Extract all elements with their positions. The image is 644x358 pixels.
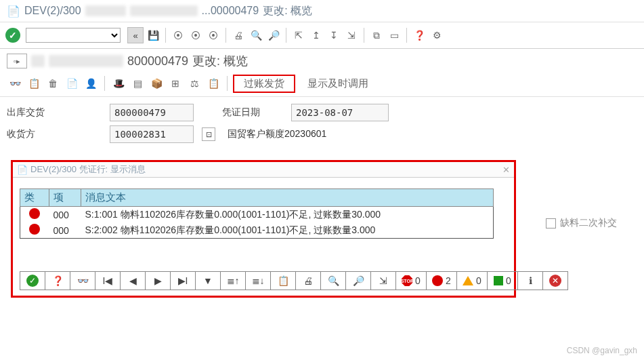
hat-icon[interactable]: 🎩 [110,75,127,92]
find-icon[interactable]: 🔍 [248,27,264,43]
cell-item: 000 [49,222,81,239]
message-table: 类 项 消息文本 000 S:1:001 物料1102026库存数量0.000(… [20,188,494,239]
ok-count: 0 [488,272,518,290]
main-toolbar: ✓ « 💾 ⦿ ⦿ ⦿ 🖨 🔍 🔎 ⇱ ↥ ↧ ⇲ ⧉ ▭ ❓ ⚙ [0,22,644,49]
show-timing-button[interactable]: 显示及时调用 [298,76,378,92]
help-icon[interactable]: ❓ [411,27,427,43]
receiver-label: 收货方 [7,128,102,140]
export-icon[interactable]: ⇲ [371,272,396,290]
next-icon[interactable]: ▶ [146,272,171,290]
blurred-text [31,55,45,67]
summary-icon[interactable]: ⊞ [167,75,184,92]
save-icon[interactable]: 💾 [145,27,161,43]
popup-close-icon[interactable]: ✕ [502,165,510,175]
error-icon [29,224,40,235]
outbound-delivery-value[interactable]: 800000479 [110,104,194,121]
first-page-icon[interactable]: ⇱ [291,27,307,43]
nav-back-icon[interactable]: ⦿ [170,27,186,43]
col-item[interactable]: 项 [49,189,81,207]
form-area: 出库交货 800000479 凭证日期 2023-08-07 收货方 10000… [0,97,644,150]
shortage-label: 缺料二次补交 [560,217,617,229]
col-text[interactable]: 消息文本 [81,189,494,207]
find-next-icon[interactable]: 🔎 [265,27,282,43]
table-row[interactable]: 000 S:2:002 物料1102026库存数量0.000(1001-1101… [20,222,494,239]
print-icon[interactable]: 🖨 [230,27,246,43]
window-titlebar: 📄 DEV(2)/300 ...00000479 更改: 概览 [0,0,644,22]
watermark: CSDN @gavin_gxh [567,346,637,355]
settings-icon[interactable]: ⚙ [429,27,445,43]
message-popup: 📄 DEV(2)/300 凭证行: 显示消息 ✕ 类 项 消息文本 000 S:… [11,160,516,298]
ok-button[interactable]: ✓ [5,28,20,43]
first-icon[interactable]: I◀ [95,272,121,290]
header-details-icon[interactable]: 👤 [83,75,99,92]
layout-icon[interactable]: ▭ [386,27,402,43]
delete-icon[interactable]: 🗑 [45,75,61,92]
warn-count: 0 [457,272,488,290]
title-docfrag: ...00000479 [202,5,259,17]
copy-icon[interactable]: 📋 [271,272,296,290]
find-icon[interactable]: 🔍 [321,272,346,290]
ok-icon [494,276,503,285]
command-select[interactable] [26,28,121,43]
sort-asc-icon[interactable]: ≣↑ [221,272,246,290]
ok-button[interactable]: ✓ [20,272,45,290]
glasses-icon[interactable]: 👓 [7,75,23,92]
error-count: 2 [427,272,457,290]
box-icon[interactable]: 📦 [148,75,165,92]
list-icon[interactable]: ▤ [129,75,146,92]
print-icon[interactable]: 🖨 [296,272,321,290]
details-icon[interactable]: 👓 [70,272,95,290]
popup-toolbar: ✓ ❓ 👓 I◀ ◀ ▶ ▶I ▼ ≣↑ ≣↓ 📋 🖨 🔍 🔎 ⇲ STOP0 … [20,271,568,290]
sort-desc-icon[interactable]: ≣↓ [246,272,271,290]
filter-icon[interactable]: ▼ [196,272,221,290]
help-icon[interactable]: ❓ [45,272,70,290]
title-suffix: 更改: 概览 [263,4,312,18]
error-icon [432,275,443,286]
voucher-date-value[interactable]: 2023-08-07 [291,104,389,121]
header-docno: 800000479 [127,54,188,68]
header-icon[interactable]: ▫▸ [7,54,27,68]
cell-item: 000 [49,207,81,223]
window-icon: 📄 [7,5,20,18]
prev-page-icon[interactable]: ↥ [308,27,324,43]
back-icon[interactable]: « [127,27,144,43]
error-icon [29,208,40,219]
receiver-description: 国贸客户额度20230601 [228,128,326,140]
table-row[interactable]: 000 S:1:001 物料1102026库存数量0.000(1001-1101… [20,207,494,223]
popup-title-icon: 📄 [17,165,28,175]
search-help-icon[interactable]: ⊡ [202,127,215,141]
last-page-icon[interactable]: ⇲ [343,27,360,43]
close-button[interactable]: ✕ [543,272,567,290]
blurred-text [130,5,198,16]
nav-exit-icon[interactable]: ⦿ [188,27,204,43]
outbound-delivery-label: 出库交货 [7,106,102,119]
prev-icon[interactable]: ◀ [121,272,146,290]
shortage-checkbox[interactable] [546,218,556,228]
voucher-date-label: 凭证日期 [222,106,283,119]
new-session-icon[interactable]: ⧉ [368,27,385,43]
transaction-header: ▫▸ 800000479 更改: 概览 [0,49,644,71]
col-type[interactable]: 类 [20,189,49,207]
header-suffix: 更改: 概览 [192,53,248,69]
clipboard-icon[interactable]: 📋 [205,75,221,92]
last-icon[interactable]: ▶I [171,272,196,290]
app-toolbar: 👓 📋 🗑 📄 👤 🎩 ▤ 📦 ⊞ ⚖ 📋 过账发货 显示及时调用 [0,71,644,97]
cell-text: S:1:001 物料1102026库存数量0.000(1001-1101)不足,… [81,207,494,223]
stop-icon: STOP [402,275,412,286]
post-goods-issue-button[interactable]: 过账发货 [233,75,295,93]
shortage-resubmit: 缺料二次补交 [546,217,617,229]
receiver-value[interactable]: 100002831 [110,125,194,143]
popup-title-text: DEV(2)/300 凭证行: 显示消息 [30,163,146,176]
warn-icon [463,276,473,285]
document-icon[interactable]: 📋 [26,75,42,92]
info-icon[interactable]: ℹ [518,272,543,290]
next-page-icon[interactable]: ↧ [326,27,342,43]
blurred-text [85,5,126,16]
balance-icon[interactable]: ⚖ [186,75,202,92]
popup-titlebar: 📄 DEV(2)/300 凭证行: 显示消息 ✕ [13,162,514,178]
cancel-icon[interactable]: ⦿ [205,27,221,43]
stop-count: STOP0 [396,272,427,290]
find-next-icon[interactable]: 🔎 [346,272,371,290]
blurred-text [49,55,123,67]
copy-icon[interactable]: 📄 [64,75,80,92]
